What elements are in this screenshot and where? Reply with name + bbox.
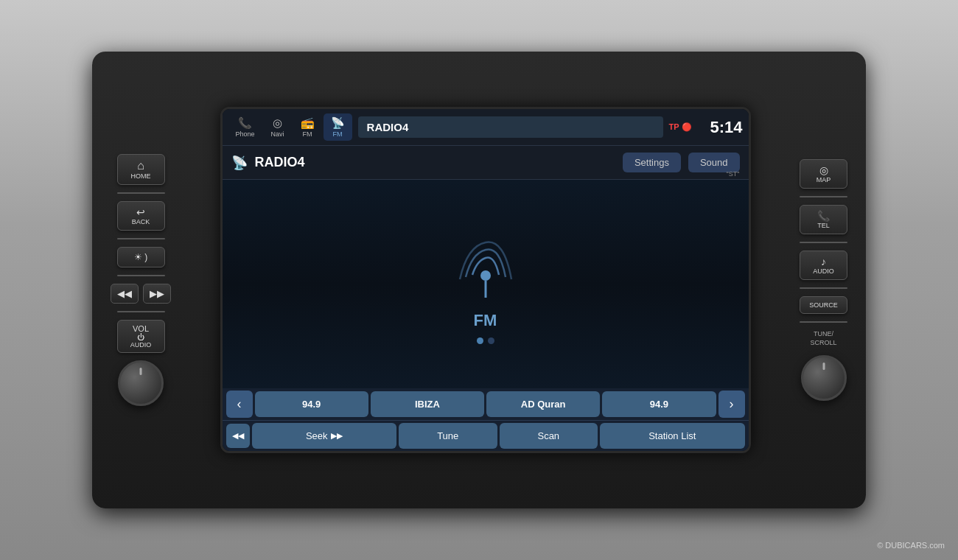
dot-1 [477,337,483,344]
navi-nav-button[interactable]: ◎ Navi [264,113,292,141]
tel-button[interactable]: 📞 TEL [800,205,847,234]
settings-button[interactable]: Settings [623,153,681,172]
station-bar-name: RADIO4 [255,155,615,170]
station-name-display: RADIO4 [358,116,663,138]
fm-radio-icon: 📡 [231,155,248,171]
brightness-button[interactable]: ☀ ) [117,247,165,267]
radio-wave-graphic [445,224,526,305]
tp-badge: TP 🔴 [669,122,692,132]
preset-4-button[interactable]: 94.9 [602,391,716,417]
fm-nav-button[interactable]: 📻 FM [293,113,322,141]
audio-button[interactable]: ♪ AUDIO [800,251,847,280]
scan-button[interactable]: Scan [500,423,598,449]
fm-display-area: FM [223,180,749,388]
vol-audio-button[interactable]: VOL ⏻ AUDIO [117,320,165,353]
prev-preset-button[interactable]: ‹ [226,391,253,418]
preset-3-button[interactable]: AD Quran [486,391,600,417]
preset-2-button[interactable]: IBIZA [371,391,484,417]
source-button[interactable]: SOURCE [800,296,847,314]
tune-knob[interactable] [801,355,847,401]
infotainment-screen: 📞 Phone ◎ Navi 📻 FM 📡 FM RADIO4 [220,107,751,453]
preset-1-button[interactable]: 94.9 [255,391,368,417]
station-list-button[interactable]: Station List [600,423,744,449]
right-controls: ◎ MAP 📞 TEL ♪ AUDIO SOURCE TUNE/SCROLL [800,159,847,400]
next-preset-button[interactable]: › [718,391,745,418]
page-dots [477,337,494,344]
fm2-nav-button[interactable]: 📡 FM [324,113,352,141]
time-display: 5:14 [695,118,743,137]
fm-text-label: FM [474,311,497,330]
st-label: "ST" [727,170,740,178]
top-nav-bar: 📞 Phone ◎ Navi 📻 FM 📡 FM RADIO4 [223,109,749,146]
prev-track-button[interactable]: ◀◀ [111,284,139,304]
left-controls: ⌂ HOME ↩ BACK ☀ ) ◀◀ ▶▶ VOL ⏻ AUDIO [111,154,171,406]
home-button[interactable]: ⌂ HOME [117,154,165,185]
tune-scroll-label: TUNE/SCROLL [810,330,836,347]
phone-nav-button[interactable]: 📞 Phone [228,113,262,141]
seek-back-button[interactable]: ◀◀ [226,424,250,448]
watermark: © DUBICARS.com [877,541,945,550]
back-button[interactable]: ↩ BACK [117,201,165,231]
sound-button[interactable]: Sound [688,153,740,172]
seek-back-icon: ◀◀ [232,431,244,441]
seek-fwd-icon: ▶▶ [331,431,343,441]
tune-button[interactable]: Tune [399,423,497,449]
seek-button[interactable]: Seek ▶▶ [252,423,396,449]
presets-row: ‹ 94.9 IBIZA AD Quran 94.9 › [223,388,749,420]
svg-point-0 [480,270,491,281]
controls-row: ◀◀ Seek ▶▶ Tune Scan Station List [223,420,749,451]
vol-knob[interactable] [118,360,164,406]
map-button[interactable]: ◎ MAP [800,159,847,189]
dot-2 [488,337,494,344]
next-track-button[interactable]: ▶▶ [143,284,171,304]
station-info-bar: 📡 RADIO4 Settings Sound "ST" [223,146,749,180]
